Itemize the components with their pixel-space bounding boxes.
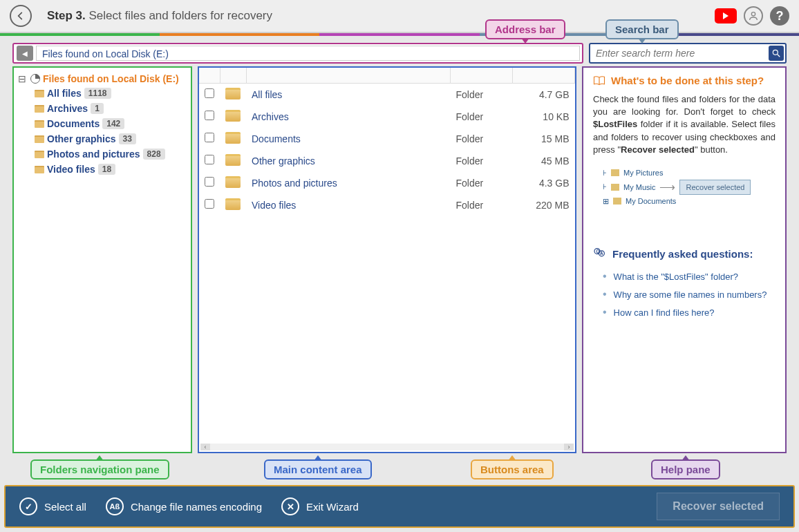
table-row[interactable]: Photos and picturesFolder4.3 GB — [199, 172, 575, 194]
tree-item[interactable]: Archives 1 — [17, 101, 188, 116]
table-row[interactable]: All filesFolder4.7 GB — [199, 83, 575, 106]
count-badge: 828 — [143, 149, 165, 160]
row-checkbox[interactable] — [205, 199, 214, 209]
count-badge: 142 — [102, 118, 124, 129]
horizontal-scrollbar[interactable]: ‹› — [200, 444, 574, 450]
tree-item[interactable]: Video files 18 — [17, 162, 188, 177]
help-icon[interactable]: ? — [770, 6, 789, 26]
file-size: 4.3 GB — [513, 172, 575, 194]
main-content-area: All filesFolder4.7 GBArchivesFolder10 KB… — [198, 66, 576, 453]
close-icon: ✕ — [281, 497, 299, 515]
file-table: All filesFolder4.7 GBArchivesFolder10 KB… — [199, 68, 575, 216]
youtube-icon[interactable] — [715, 8, 737, 23]
encoding-icon: Aß — [106, 497, 124, 515]
address-path[interactable]: Files found on Local Disk (E:) — [36, 46, 580, 61]
exit-wizard-button[interactable]: ✕ Exit Wizard — [281, 497, 359, 515]
count-badge: 1 — [91, 103, 104, 114]
step-description: Select files and folders for recovery — [88, 9, 272, 22]
table-row[interactable]: ArchivesFolder10 KB — [199, 106, 575, 128]
table-row[interactable]: Other graphicsFolder45 MB — [199, 150, 575, 172]
file-type: Folder — [451, 83, 513, 106]
table-row[interactable]: Video filesFolder220 MB — [199, 194, 575, 216]
count-badge: 33 — [119, 133, 136, 144]
tree-item-label: Video files — [47, 164, 95, 175]
row-checkbox[interactable] — [205, 177, 214, 187]
table-row[interactable]: DocumentsFolder15 MB — [199, 128, 575, 150]
tree-item[interactable]: Other graphics 33 — [17, 131, 188, 146]
folder-icon — [225, 110, 241, 122]
folder-icon — [225, 132, 241, 144]
file-type: Folder — [451, 172, 513, 194]
svg-point-1 — [773, 50, 778, 55]
help-title: What's to be done at this step? — [593, 75, 776, 86]
tree-item[interactable]: Documents 142 — [17, 116, 188, 131]
annotation-folders-pane: Folders navigation pane — [30, 459, 169, 479]
folder-icon — [35, 166, 44, 173]
search-bar — [589, 43, 787, 64]
faq-list: What is the "$LostFiles" folder?Why are … — [593, 267, 776, 321]
row-checkbox[interactable] — [205, 133, 214, 142]
file-name: Video files — [246, 194, 451, 216]
help-body: Check the found files and folders for th… — [593, 93, 776, 156]
file-type: Folder — [451, 150, 513, 172]
folders-navigation-pane: Files found on Local Disk (E:) All files… — [12, 66, 192, 453]
file-type: Folder — [451, 194, 513, 216]
book-icon — [593, 75, 605, 86]
faq-item[interactable]: What is the "$LostFiles" folder? — [603, 267, 776, 285]
tree-root[interactable]: Files found on Local Disk (E:) — [17, 72, 188, 86]
help-pane: What's to be done at this step? Check th… — [582, 66, 787, 453]
select-all-button[interactable]: ✓ Select all — [19, 497, 86, 515]
tree-item[interactable]: Photos and pictures 828 — [17, 146, 188, 162]
folder-icon — [225, 176, 241, 188]
recover-selected-button[interactable]: Recover selected — [657, 493, 780, 520]
folder-icon — [35, 105, 44, 113]
help-illustration: ⊦My Pictures ⊦My Music⟶Recover selected … — [603, 169, 776, 206]
folder-icon — [225, 198, 241, 210]
bottom-buttons-bar: ✓ Select all Aß Change file names encodi… — [4, 485, 795, 528]
svg-text:A: A — [600, 251, 603, 256]
user-icon[interactable] — [744, 6, 763, 26]
file-size: 220 MB — [513, 194, 575, 216]
file-name: Archives — [246, 106, 451, 128]
search-button[interactable] — [769, 46, 784, 61]
row-checkbox[interactable] — [205, 111, 214, 120]
svg-point-0 — [751, 12, 755, 16]
row-checkbox[interactable] — [205, 88, 214, 98]
folder-icon — [225, 88, 241, 99]
file-size: 15 MB — [513, 128, 575, 150]
folder-icon — [35, 151, 44, 158]
tree-item-label: Photos and pictures — [47, 149, 140, 160]
svg-text:Q: Q — [596, 249, 599, 254]
faq-title: QA Frequently asked questions: — [593, 247, 776, 260]
file-name: All files — [246, 83, 451, 106]
search-input[interactable] — [592, 48, 769, 59]
address-bar: ◀ Files found on Local Disk (E:) — [12, 43, 583, 64]
faq-icon: QA — [593, 247, 607, 260]
file-size: 10 KB — [513, 106, 575, 128]
file-name: Other graphics — [246, 150, 451, 172]
tree-item-label: Archives — [47, 103, 88, 114]
tree-item[interactable]: All files 1118 — [17, 86, 188, 101]
annotation-address-bar: Address bar — [485, 19, 565, 39]
folder-icon — [225, 154, 241, 166]
annotation-main-area: Main content area — [264, 459, 372, 479]
back-button[interactable] — [10, 5, 32, 27]
change-encoding-button[interactable]: Aß Change file names encoding — [106, 497, 262, 515]
select-all-icon: ✓ — [19, 497, 37, 515]
file-name: Photos and pictures — [246, 172, 451, 194]
progress-strip — [0, 33, 799, 36]
count-badge: 18 — [98, 164, 115, 175]
header: Step 3. Select files and folders for rec… — [0, 0, 799, 33]
faq-item[interactable]: How can I find files here? — [603, 303, 776, 321]
file-type: Folder — [451, 128, 513, 150]
file-type: Folder — [451, 106, 513, 128]
folder-icon — [35, 135, 44, 143]
tree-item-label: All files — [47, 88, 82, 99]
row-checkbox[interactable] — [205, 155, 214, 164]
file-size: 45 MB — [513, 150, 575, 172]
arrow-left-icon — [15, 10, 26, 21]
address-back-button[interactable]: ◀ — [17, 46, 33, 61]
faq-item[interactable]: Why are some file names in numbers? — [603, 285, 776, 303]
tree-root-label: Files found on Local Disk (E:) — [43, 73, 179, 84]
tree-item-label: Documents — [47, 118, 100, 129]
